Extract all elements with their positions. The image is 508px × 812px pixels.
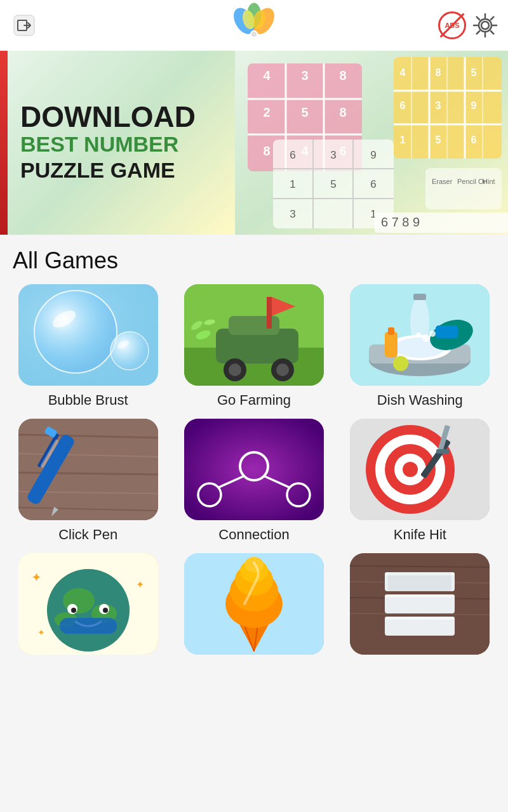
svg-rect-89	[413, 294, 426, 300]
svg-text:6: 6	[290, 149, 295, 161]
svg-point-97	[393, 356, 408, 371]
svg-point-9	[481, 22, 489, 29]
svg-text:6 7 8 9: 6 7 8 9	[381, 215, 420, 229]
dish-washing-image	[350, 284, 490, 386]
game-icon-ice-cream	[184, 553, 324, 655]
svg-text:Hint: Hint	[483, 178, 495, 185]
svg-rect-101	[18, 419, 158, 520]
back-button[interactable]	[10, 11, 38, 39]
svg-text:6: 6	[400, 100, 406, 111]
earth-game-image: ✦ ✦ ✦	[18, 553, 158, 655]
svg-point-81	[276, 363, 289, 376]
svg-text:3: 3	[301, 69, 308, 82]
game-item-stacked[interactable]: Stacked	[342, 553, 498, 661]
games-grid: Bubble Brust	[0, 284, 508, 674]
game-icon-bubble-burst	[18, 284, 158, 386]
svg-text:4: 4	[400, 67, 406, 78]
game-label-click-pen: Click Pen	[58, 527, 117, 543]
svg-text:3: 3	[436, 100, 441, 111]
svg-rect-137	[60, 618, 117, 634]
game-label-dish-washing: Dish Washing	[377, 392, 463, 409]
section-title: All Games	[0, 235, 508, 284]
svg-point-70	[110, 332, 149, 370]
svg-text:5: 5	[330, 178, 336, 190]
game-item-connection[interactable]: Connection	[176, 419, 331, 543]
game-icon-earth-game: ✦ ✦ ✦	[18, 553, 158, 655]
banner[interactable]: DOWNLOAD BEST NUMBER PUZZLE GAME	[0, 51, 508, 235]
svg-text:9: 9	[370, 149, 376, 161]
banner-line3: PUZZLE GAME	[20, 157, 196, 183]
svg-text:6: 6	[471, 134, 477, 145]
app-logo	[232, 2, 276, 46]
svg-point-99	[416, 332, 421, 337]
svg-text:3: 3	[290, 208, 295, 220]
game-icon-click-pen	[18, 419, 158, 520]
game-icon-stacked	[350, 553, 490, 655]
ads-label: ADS	[444, 22, 459, 29]
svg-point-8	[251, 32, 257, 37]
svg-rect-160	[385, 594, 455, 598]
svg-text:1: 1	[290, 178, 295, 190]
svg-text:✦: ✦	[37, 627, 45, 638]
game-item-click-pen[interactable]: Click Pen	[10, 419, 166, 543]
game-icon-connection	[184, 419, 324, 520]
svg-text:✦: ✦	[31, 570, 42, 584]
header-right: ADS	[438, 11, 498, 39]
svg-rect-96	[388, 327, 394, 335]
svg-rect-95	[385, 332, 398, 357]
svg-rect-161	[385, 617, 455, 620]
game-icon-go-farming	[184, 284, 324, 386]
knife-hit-image	[350, 419, 490, 520]
svg-point-68	[34, 291, 117, 373]
svg-rect-62	[425, 168, 502, 209]
svg-text:2: 2	[263, 105, 270, 119]
header-left	[10, 11, 38, 39]
banner-line2: BEST NUMBER	[20, 131, 196, 157]
game-item-dish-washing[interactable]: Dish Washing	[342, 284, 498, 409]
game-icon-dish-washing	[350, 284, 490, 386]
game-item-bubble-burst[interactable]: Bubble Brust	[10, 284, 166, 409]
svg-point-79	[229, 363, 241, 376]
banner-puzzle-image: 4 3 8 2 8 5 8 4 6 4	[235, 51, 508, 235]
svg-point-135	[71, 608, 76, 613]
go-farming-image	[184, 284, 324, 386]
logo-container	[232, 2, 276, 49]
game-item-ice-cream[interactable]: Ice Cream	[176, 553, 331, 661]
svg-text:1: 1	[400, 134, 406, 145]
svg-text:4: 4	[263, 69, 271, 82]
svg-text:8: 8	[339, 105, 346, 119]
svg-text:Eraser: Eraser	[432, 178, 453, 185]
svg-text:6: 6	[370, 178, 376, 190]
banner-accent-bar	[0, 51, 8, 235]
game-item-earth-game[interactable]: ✦ ✦ ✦ Earth Game	[10, 553, 166, 661]
svg-text:5: 5	[471, 67, 477, 78]
no-ads-button[interactable]: ADS	[438, 11, 466, 39]
ice-cream-image	[184, 553, 324, 655]
connection-image	[184, 419, 324, 520]
svg-point-100	[429, 331, 436, 337]
svg-rect-76	[267, 297, 272, 329]
svg-rect-126	[436, 449, 449, 454]
section-header: All Games	[0, 235, 508, 284]
game-label-bubble-burst: Bubble Brust	[48, 392, 128, 409]
svg-text:✦: ✦	[136, 579, 144, 590]
svg-text:9: 9	[471, 100, 477, 111]
svg-text:8: 8	[263, 144, 270, 158]
svg-text:8: 8	[339, 69, 346, 82]
click-pen-image	[18, 419, 158, 520]
header: ADS	[0, 0, 508, 51]
game-icon-knife-hit	[350, 419, 490, 520]
banner-line1: DOWNLOAD	[20, 102, 196, 131]
game-item-knife-hit[interactable]: Knife Hit	[342, 419, 498, 543]
svg-text:5: 5	[436, 134, 441, 145]
svg-point-136	[103, 608, 108, 613]
svg-text:8: 8	[436, 67, 441, 78]
bubble-burst-image	[18, 284, 158, 386]
svg-rect-30	[394, 57, 502, 159]
game-item-go-farming[interactable]: Go Farming	[176, 284, 331, 409]
back-icon	[13, 14, 36, 37]
settings-button[interactable]	[472, 13, 498, 38]
stacked-image	[350, 553, 490, 655]
game-label-knife-hit: Knife Hit	[394, 527, 446, 543]
svg-point-123	[403, 462, 418, 477]
